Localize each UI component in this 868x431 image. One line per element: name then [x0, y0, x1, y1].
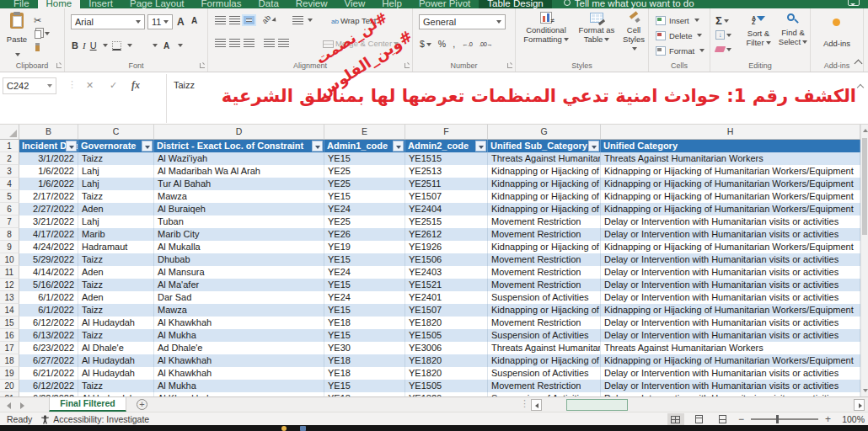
align-middle-button[interactable]: [229, 16, 240, 24]
align-bottom-button[interactable]: [244, 16, 255, 24]
cell[interactable]: Al Buraiqeh: [154, 203, 324, 216]
normal-view-button[interactable]: [667, 413, 684, 425]
page-layout-view-button[interactable]: [691, 413, 708, 425]
cell[interactable]: YE1505: [405, 329, 488, 342]
cell[interactable]: Kidnapping or Hijacking of Humanitarian …: [488, 241, 601, 253]
cell[interactable]: YE2515: [405, 216, 488, 228]
conditional-formatting-button[interactable]: ≠ Conditional Formatting: [521, 12, 571, 66]
cell[interactable]: Kidnapping or Hijacking of Humanitarian …: [488, 203, 601, 216]
cell[interactable]: Movement Restriction: [488, 228, 601, 241]
row-number[interactable]: 20: [0, 380, 19, 392]
cell[interactable]: Dar Sad: [154, 291, 324, 304]
cell[interactable]: Al Khawkhah: [154, 354, 324, 367]
cell[interactable]: YE1507: [405, 304, 488, 317]
cell[interactable]: Kidnapping or Hijacking of Humanitarian …: [601, 241, 860, 253]
cell[interactable]: Delay or Intervention with Humanitarian …: [601, 228, 860, 241]
formula-bar-collapse-icon[interactable]: [857, 82, 864, 89]
cell[interactable]: Taizz: [78, 329, 154, 342]
cell[interactable]: YE1507: [405, 190, 488, 203]
sheet-nav-left-icon[interactable]: [7, 402, 11, 409]
cell[interactable]: 1/6/2022: [19, 178, 78, 190]
bold-button[interactable]: B: [72, 40, 78, 51]
cell[interactable]: YE1515: [405, 152, 488, 165]
cell[interactable]: Marib City: [154, 228, 324, 241]
row-number[interactable]: 9: [0, 241, 19, 253]
cell[interactable]: Kidnapping or Hijacking of Humanitarian …: [488, 178, 601, 190]
cell[interactable]: Aden: [78, 203, 154, 216]
cell[interactable]: YE25: [324, 178, 405, 190]
cell[interactable]: 6/27/2022: [19, 354, 78, 367]
cell[interactable]: 6/1/2022: [19, 304, 78, 317]
text-direction-caret[interactable]: [308, 19, 313, 22]
cell[interactable]: 3/1/2022: [19, 152, 78, 165]
cell[interactable]: 4/24/2022: [19, 241, 78, 253]
tab-data[interactable]: Data: [250, 0, 287, 8]
cell[interactable]: Kidnapping or Hijacking of Humanitarian …: [488, 304, 601, 317]
scroll-up-icon[interactable]: [863, 129, 868, 132]
italic-button[interactable]: I: [83, 40, 86, 51]
underline-button[interactable]: U: [90, 40, 97, 51]
cell[interactable]: 3/21/2022: [19, 216, 78, 228]
sheet-nav-right-icon[interactable]: [20, 402, 24, 409]
delete-cells-button[interactable]: Delete: [656, 29, 702, 41]
cell[interactable]: Taizz: [78, 304, 154, 317]
enter-icon[interactable]: ✓: [110, 80, 117, 91]
cell[interactable]: YE15: [324, 190, 405, 203]
row-number[interactable]: 6: [0, 203, 19, 216]
decrease-indent-button[interactable]: [264, 39, 275, 47]
cell[interactable]: YE25: [324, 216, 405, 228]
clear-button[interactable]: [715, 42, 739, 56]
cell[interactable]: Kidnapping or Hijacking of Humanitarian …: [488, 354, 601, 367]
horizontal-scrollbar-thumb[interactable]: [566, 399, 628, 411]
tab-home[interactable]: Home: [38, 0, 81, 8]
tab-help[interactable]: Help: [373, 0, 410, 8]
taskbar-app-icon-1[interactable]: [281, 426, 287, 431]
cell[interactable]: Al Hudaydah: [78, 367, 154, 380]
increase-decimal-button[interactable]: ←.0: [462, 40, 472, 48]
cell[interactable]: Delay or Intervention with Humanitarian …: [601, 367, 860, 380]
column-letter-f[interactable]: F: [405, 125, 488, 139]
cell[interactable]: Lahj: [78, 216, 154, 228]
comma-style-button[interactable]: ,: [453, 39, 455, 49]
cell[interactable]: 6/12/2022: [19, 380, 78, 392]
row-number[interactable]: 15: [0, 317, 19, 329]
hscroll-right-button[interactable]: [854, 399, 865, 411]
orientation-button[interactable]: ab: [262, 15, 277, 24]
tell-me-box[interactable]: Tell me what you want to do: [564, 0, 694, 8]
cell[interactable]: 6/1/2022: [19, 291, 78, 304]
autosum-button[interactable]: Σ: [715, 13, 739, 28]
cell[interactable]: YE15: [324, 253, 405, 266]
cell[interactable]: YE15: [324, 279, 405, 291]
cell[interactable]: YE15: [324, 152, 405, 165]
hscroll-left-button[interactable]: [531, 399, 542, 411]
insert-cells-button[interactable]: Insert: [656, 14, 699, 26]
cell[interactable]: YE18: [324, 367, 405, 380]
clipboard-dialog-launcher[interactable]: [56, 63, 62, 68]
align-center-button[interactable]: [229, 39, 240, 47]
cell[interactable]: YE2401: [405, 291, 488, 304]
percent-style-button[interactable]: %: [438, 39, 446, 49]
vertical-scrollbar-thumb[interactable]: [862, 138, 867, 235]
cell[interactable]: Kidnapping or Hijacking of Humanitarian …: [601, 304, 860, 317]
tab-splitter-handle[interactable]: ⋮: [520, 398, 529, 409]
taskbar-app-icon-2[interactable]: [300, 426, 306, 431]
alignment-dialog-launcher[interactable]: [405, 63, 410, 68]
header-cell[interactable]: Unified Sub_Category: [488, 140, 601, 152]
tab-file[interactable]: File: [5, 0, 38, 8]
cell[interactable]: Movement Restriction: [488, 380, 601, 392]
cell[interactable]: Lahj: [78, 178, 154, 190]
cell[interactable]: Marib: [78, 228, 154, 241]
row-number[interactable]: 1: [0, 140, 19, 152]
cell[interactable]: Delay or Intervention with Humanitarian …: [601, 216, 860, 228]
cell[interactable]: 2/17/2022: [19, 190, 78, 203]
cut-button[interactable]: ✂: [34, 13, 61, 27]
cell[interactable]: Al Mansura: [154, 266, 324, 279]
zoom-slider[interactable]: [751, 418, 818, 420]
font-size-combo[interactable]: 11: [147, 14, 173, 29]
cell[interactable]: Delay or Intervention with Humanitarian …: [601, 291, 860, 304]
filter-button[interactable]: [312, 141, 323, 152]
row-number[interactable]: 16: [0, 329, 19, 342]
align-top-button[interactable]: [215, 16, 226, 24]
cell[interactable]: 6/13/2022: [19, 329, 78, 342]
cell[interactable]: Delay or Intervention with Humanitarian …: [601, 329, 860, 342]
